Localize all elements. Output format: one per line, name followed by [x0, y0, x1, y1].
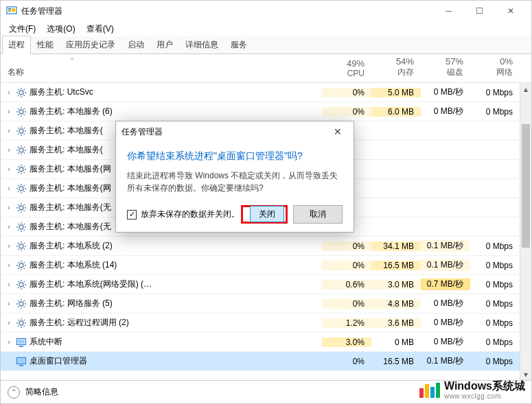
tab-1[interactable]: 性能: [31, 36, 60, 54]
scroll-down-icon[interactable]: ▾: [520, 368, 531, 380]
sort-indicator-icon: ⌃: [69, 57, 75, 64]
cell-disk: 0.1 MB/秒: [421, 240, 470, 252]
svg-line-99: [18, 281, 19, 283]
expand-icon[interactable]: ›: [5, 223, 13, 230]
process-name: 服务主机: 本地服务 (6): [30, 106, 113, 117]
process-row[interactable]: ›系统中断3.0%0 MB0 MB/秒0 Mbps: [1, 333, 531, 352]
expand-icon[interactable]: ›: [5, 146, 13, 154]
tab-6[interactable]: 服务: [224, 36, 253, 54]
cell-cpu: 0%: [322, 357, 371, 366]
process-name: 服务主机: 本地服务(: [30, 125, 103, 136]
process-name: 服务主机: 本地服务(无: [30, 221, 111, 233]
tab-5[interactable]: 详细信息: [179, 36, 224, 54]
app-icon: [6, 5, 17, 16]
watermark-brand: Windows系统城: [444, 380, 525, 392]
cell-disk: 0 MB/秒: [421, 106, 470, 117]
svg-line-18: [18, 108, 19, 110]
menu-options[interactable]: 选项(O): [43, 22, 79, 36]
svg-line-111: [24, 300, 25, 302]
svg-line-36: [18, 147, 19, 148]
collapse-icon[interactable]: ⌃: [8, 386, 20, 399]
expand-icon[interactable]: ›: [5, 127, 13, 134]
dialog-secondary-button[interactable]: 取消: [293, 205, 343, 224]
svg-point-112: [19, 321, 23, 325]
expand-icon[interactable]: ›: [5, 319, 13, 326]
process-row[interactable]: ›服务主机: 本地系统 (14)0%16.5 MB0.1 MB/秒0 Mbps: [1, 256, 531, 275]
svg-line-73: [24, 229, 25, 230]
maximize-button[interactable]: ☐: [464, 1, 495, 21]
gear-icon: [16, 260, 27, 271]
header-name[interactable]: ⌃ 名称: [1, 54, 322, 82]
process-row[interactable]: ›服务主机: 远程过程调用 (2)1.2%3.6 MB0 MB/秒0 Mbps: [1, 313, 531, 333]
tab-0[interactable]: 进程: [2, 36, 31, 54]
expand-icon[interactable]: ›: [5, 185, 13, 192]
process-row[interactable]: ›服务主机: 本地系统 (2)0%34.1 MB0.1 MB/秒0 Mbps: [1, 237, 531, 256]
expand-icon[interactable]: ›: [5, 165, 13, 173]
dialog-primary-button[interactable]: 关闭: [250, 206, 284, 222]
header-disk[interactable]: 57% 磁盘: [421, 54, 470, 82]
monitor-icon: [16, 356, 27, 367]
gear-icon: [16, 87, 27, 98]
tab-2[interactable]: 应用历史记录: [60, 36, 122, 54]
gear-icon: [16, 241, 27, 252]
expand-icon[interactable]: ›: [5, 204, 13, 211]
svg-line-75: [24, 224, 25, 225]
header-net[interactable]: 0% 网络: [470, 54, 520, 82]
cell-cpu: 0%: [322, 299, 371, 309]
tab-4[interactable]: 用户: [150, 36, 179, 54]
gear-icon: [16, 318, 27, 329]
tabstrip: 进程性能应用历史记录启动用户详细信息服务: [1, 36, 531, 54]
process-row[interactable]: ›服务主机: 网络服务 (5)0%4.8 MB0 MB/秒0 Mbps: [1, 294, 531, 313]
expand-icon[interactable]: ›: [5, 281, 13, 288]
header-cpu-label: CPU: [322, 69, 365, 78]
svg-rect-122: [18, 340, 25, 344]
expand-icon[interactable]: ›: [5, 88, 13, 96]
cell-net: 0 Mbps: [470, 107, 520, 117]
svg-line-28: [24, 133, 25, 134]
header-cpu[interactable]: 49% CPU: [322, 54, 371, 82]
highlight-box: 关闭: [241, 205, 288, 224]
scroll-up-icon[interactable]: ▴: [520, 83, 531, 95]
svg-line-54: [18, 185, 19, 187]
menu-view[interactable]: 查看(V): [82, 22, 118, 36]
footer-label[interactable]: 简略信息: [25, 386, 58, 398]
header-mem[interactable]: 54% 内存: [371, 54, 421, 82]
process-row[interactable]: 桌面窗口管理器0%16.5 MB0.1 MB/秒0 Mbps: [1, 352, 531, 371]
process-row[interactable]: ›服务主机: 本地系统(网络受限) (…0.6%3.0 MB0.7 MB/秒0 …: [1, 275, 531, 294]
svg-point-31: [19, 148, 23, 152]
process-row[interactable]: ›服务主机: UtcSvc0%5.0 MB0 MB/秒0 Mbps: [1, 83, 531, 102]
minimize-button[interactable]: ─: [433, 1, 464, 21]
scroll-thumb[interactable]: [522, 124, 530, 248]
expand-icon[interactable]: ›: [5, 108, 13, 115]
svg-line-82: [24, 248, 25, 250]
svg-line-39: [24, 147, 25, 148]
expand-icon[interactable]: ›: [5, 300, 13, 307]
svg-line-117: [18, 320, 19, 321]
svg-line-10: [24, 95, 25, 96]
svg-line-27: [18, 128, 19, 129]
expand-icon[interactable]: ›: [5, 261, 13, 269]
svg-line-66: [24, 204, 25, 206]
expand-icon[interactable]: ›: [5, 338, 13, 346]
header-name-label: 名称: [8, 67, 24, 78]
svg-rect-3: [12, 8, 15, 12]
process-name: 服务主机: 网络服务 (5): [30, 298, 113, 309]
gear-icon: [16, 298, 27, 309]
close-button[interactable]: ✕: [495, 1, 526, 21]
tab-3[interactable]: 启动: [122, 36, 150, 54]
svg-line-37: [24, 152, 25, 154]
svg-line-119: [18, 325, 19, 326]
svg-line-72: [18, 224, 19, 225]
process-row[interactable]: ›服务主机: 本地服务 (6)0%6.0 MB0 MB/秒0 Mbps: [1, 102, 531, 121]
cell-cpu: 0.6%: [322, 280, 371, 289]
watermark: Windows系统城 www.wxclgg.com: [419, 380, 525, 400]
scrollbar[interactable]: ▴ ▾: [520, 83, 531, 380]
dialog-checkbox[interactable]: ✓: [127, 210, 137, 219]
svg-point-13: [19, 110, 23, 114]
svg-line-81: [18, 243, 19, 244]
menu-file[interactable]: 文件(F): [5, 22, 40, 36]
cell-net: 0 Mbps: [470, 318, 520, 328]
dialog-checkbox-label[interactable]: 放弃未保存的数据并关闭。: [141, 209, 241, 220]
dialog-close-icon[interactable]: ✕: [327, 126, 348, 137]
expand-icon[interactable]: ›: [5, 242, 13, 250]
